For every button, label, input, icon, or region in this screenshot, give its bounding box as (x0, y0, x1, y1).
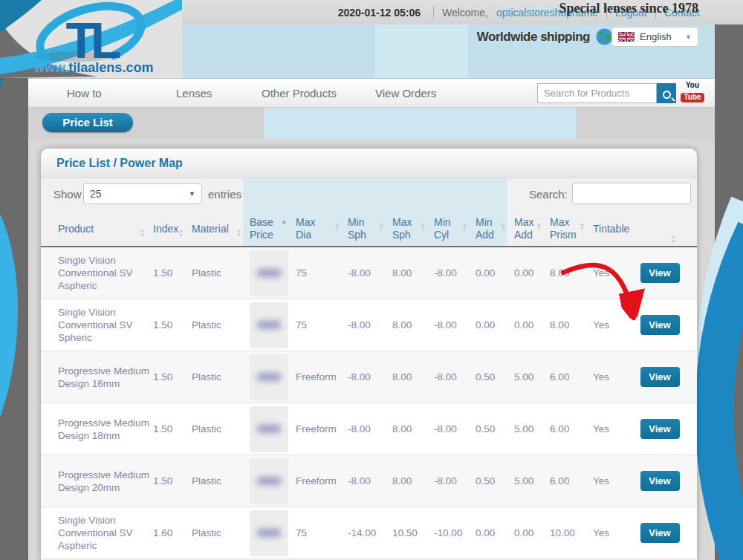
globe-icon (596, 28, 613, 45)
cell-tintable: Yes (591, 475, 635, 487)
column-header-max-dia[interactable]: Max Dia▲▼ (293, 216, 345, 241)
cell-base-price-redacted (247, 406, 293, 452)
cell-max-add: 5.00 (512, 371, 548, 383)
cell-actions: View (635, 523, 682, 543)
sort-icon: ▲▼ (178, 229, 184, 238)
cell-min-add: 0.50 (473, 423, 512, 435)
table-row: Progressive Medium Design 16mm1.50Plasti… (41, 351, 697, 403)
cell-index: 1.50 (151, 423, 189, 435)
language-selector[interactable]: English ▼ (611, 27, 698, 47)
nav-item-other-products[interactable]: Other Products (262, 87, 337, 100)
entries-select[interactable]: 25 ▼ (83, 183, 202, 204)
table-row: Progressive Medium Design 18mm1.50Plasti… (41, 403, 697, 455)
cell-max-prism: 10.00 (548, 527, 591, 539)
right-edge-decoration (715, 25, 743, 560)
entries-value: 25 (90, 188, 189, 200)
cell-index: 1.50 (151, 475, 189, 487)
cell-max-add: 5.00 (512, 423, 548, 435)
cell-tintable: Yes (591, 319, 635, 331)
view-button[interactable]: View (640, 263, 680, 283)
view-button[interactable]: View (640, 419, 680, 439)
divider (433, 6, 434, 19)
cell-product: Single Vision Conventional SV Aspheric (56, 254, 151, 292)
sort-icon: ▲▼ (421, 222, 426, 231)
column-header-min-sph[interactable]: Min Sph▲▼ (345, 216, 390, 241)
cell-min-add: 0.50 (473, 371, 512, 383)
cell-tintable: Yes (591, 267, 635, 279)
cell-max-add: 0.00 (512, 267, 548, 279)
logo-area[interactable]: TL www.tilaalens.com (0, 0, 182, 78)
left-edge-decoration (0, 0, 28, 560)
column-header-material[interactable]: Material▲▼ (189, 223, 247, 235)
view-button[interactable]: View (640, 367, 680, 387)
cell-min-sph: -8.00 (345, 423, 390, 435)
column-header-max-prism[interactable]: Max Prism▲▼ (548, 216, 591, 241)
cell-tintable: Yes (591, 527, 635, 539)
sort-icon: ▲▼ (236, 229, 241, 238)
cell-min-add: 0.00 (473, 267, 512, 279)
cell-base-price-redacted (247, 458, 293, 504)
datetime: 2020-01-12 05:06 (338, 7, 421, 19)
page-title: Price List / Power Map (56, 157, 183, 170)
table-controls: Show 25 ▼ entries Search: (41, 178, 697, 212)
cell-base-price-redacted (247, 302, 293, 348)
cell-actions: View (635, 367, 682, 387)
table-search-input[interactable] (572, 183, 691, 204)
view-button[interactable]: View (640, 315, 680, 335)
product-search-input[interactable] (537, 83, 657, 103)
uk-flag-icon (618, 32, 635, 42)
cell-actions: View (635, 471, 682, 491)
sort-icon: ▲▼ (140, 229, 145, 238)
cell-max-sph: 8.00 (390, 371, 432, 383)
youtube-link[interactable]: You Tube (681, 81, 704, 105)
sort-icon: ▲▼ (462, 222, 467, 231)
cell-max-sph: 8.00 (390, 423, 432, 435)
cell-max-add: 0.00 (512, 527, 548, 539)
nav-item-how-to[interactable]: How to (67, 87, 102, 100)
cell-base-price-redacted (247, 510, 293, 556)
nav-item-view-orders[interactable]: View Orders (375, 87, 436, 100)
site-url: www.tilaalens.com (34, 60, 153, 76)
cell-max-dia: 75 (293, 267, 345, 279)
nav-item-lenses[interactable]: Lenses (176, 87, 212, 100)
blurred-price (250, 250, 288, 296)
column-header-base-price[interactable]: Base Price▲ (247, 216, 293, 241)
column-header-product[interactable]: Product▲▼ (56, 223, 151, 235)
youtube-icon: You (681, 81, 704, 89)
welcome-text: Welcome, (442, 7, 488, 19)
view-button[interactable]: View (640, 523, 680, 543)
sort-icon: ▲▼ (334, 222, 340, 231)
cell-min-cyl: -8.00 (432, 267, 473, 279)
cell-min-sph: -14.00 (345, 527, 390, 539)
cell-material: Plastic (189, 371, 247, 383)
cell-index: 1.50 (151, 319, 189, 331)
blurred-price (250, 458, 288, 504)
blurred-price (250, 354, 288, 400)
cell-tintable: Yes (591, 371, 635, 383)
cell-actions: View (635, 419, 682, 439)
column-header-min-add[interactable]: Min Add▲▼ (473, 216, 512, 241)
table-row: Single Vision Conventional SV Spheric1.5… (41, 299, 697, 351)
table-row: Single Vision Conventional SV Aspheric1.… (41, 247, 697, 299)
cell-min-add: 0.00 (473, 527, 512, 539)
cell-max-prism: 6.00 (548, 475, 591, 487)
cell-index: 1.60 (151, 527, 189, 539)
sort-icon: ▲▼ (501, 222, 506, 231)
column-header-max-sph[interactable]: Max Sph▲▼ (390, 216, 432, 241)
column-header-index[interactable]: Index▲▼ (151, 223, 189, 235)
search-icon (663, 91, 671, 99)
column-header-max-add[interactable]: Max Add▲▼ (512, 216, 548, 241)
search-button[interactable] (657, 83, 676, 103)
column-header-tintable[interactable]: Tintable (591, 223, 635, 235)
cell-max-add: 5.00 (512, 475, 548, 487)
view-button[interactable]: View (640, 471, 680, 491)
cell-max-prism: 6.00 (548, 423, 591, 435)
cell-min-cyl: -10.00 (432, 527, 473, 539)
sort-icon: ▲▼ (536, 222, 542, 231)
sort-icon: ▲▼ (580, 222, 585, 231)
column-header-min-cyl[interactable]: Min Cyl▲▼ (432, 216, 473, 241)
tab-price-list[interactable]: Price List (42, 113, 133, 132)
cell-material: Plastic (189, 527, 247, 539)
cell-max-dia: 75 (293, 319, 345, 331)
sort-icon: ▲▼ (671, 235, 676, 244)
